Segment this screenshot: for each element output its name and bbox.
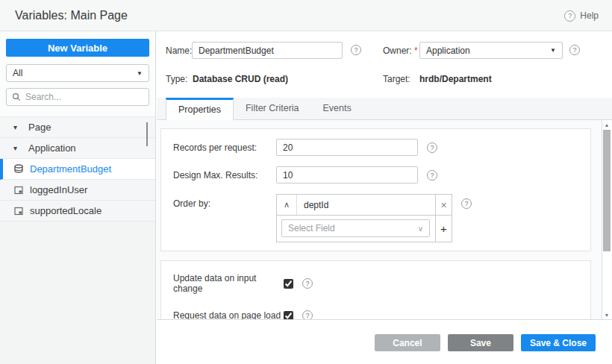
sidebar-empty-area	[0, 222, 155, 364]
variables-sidebar: New Variable All ▼ ▾ Page ▾ Application	[0, 31, 156, 364]
owner-selected-value: Application	[426, 46, 470, 56]
order-by-control: ∧ deptId × Select Field ∨ +	[276, 194, 452, 242]
order-by-help-icon[interactable]: ?	[461, 198, 472, 209]
records-per-request-label: Records per request:	[173, 142, 276, 153]
static-variable-icon	[13, 206, 24, 216]
close-icon: ×	[440, 199, 446, 211]
save-button[interactable]: Save	[448, 334, 513, 351]
request-data-checkbox[interactable]	[284, 311, 293, 321]
target-label: Target:	[383, 74, 410, 84]
design-max-results-row: Design Max. Results: ?	[173, 166, 578, 183]
panel-scrollbar-thumb[interactable]	[603, 130, 611, 251]
dialog-footer: Cancel Save Save & Close	[157, 320, 612, 364]
tree-item-label: loggedInUser	[30, 184, 87, 195]
new-variable-button[interactable]: New Variable	[6, 39, 149, 57]
design-max-help-icon[interactable]: ?	[427, 170, 437, 181]
name-input[interactable]	[192, 42, 343, 59]
variable-editor: Name: * ? Owner: * Application ▼ ? Type:…	[157, 31, 612, 364]
tree-caret-icon: ▾	[13, 123, 22, 131]
tree-group-label: Page	[28, 122, 51, 133]
search-input[interactable]	[25, 92, 143, 102]
order-by-label: Order by:	[173, 198, 276, 209]
variables-dialog: Variables: Main Page ? Help New Variable…	[0, 0, 612, 364]
tree-group-application[interactable]: ▾ Application	[0, 138, 155, 159]
tree-group-page[interactable]: ▾ Page	[0, 117, 155, 138]
name-help-icon[interactable]: ?	[351, 45, 361, 55]
cancel-button[interactable]: Cancel	[375, 334, 440, 351]
help-circle-icon: ?	[564, 10, 575, 22]
order-by-row: Order by: ∧ deptId × Select Field ∨	[173, 194, 578, 242]
tree-item-supportedlocale[interactable]: supportedLocale	[0, 201, 155, 222]
variable-meta: Name: * ? Owner: * Application ▼ ? Type:…	[157, 31, 612, 98]
select-field-dropdown[interactable]: Select Field ∨	[281, 219, 430, 237]
tree-group-label: Application	[28, 142, 76, 154]
remove-field-button[interactable]: ×	[435, 195, 452, 215]
caret-down-icon: ▼	[550, 47, 556, 54]
variables-tree: ▾ Page ▾ Application DepartmentBudget lo…	[0, 116, 155, 222]
owner-help-icon[interactable]: ?	[569, 45, 580, 55]
search-icon	[12, 92, 21, 101]
required-marker: *	[414, 46, 418, 56]
owner-label: Owner: *	[383, 46, 418, 56]
update-data-label: Update data on input change	[173, 273, 284, 294]
records-per-request-input[interactable]	[276, 139, 418, 156]
design-max-results-label: Design Max. Results:	[173, 170, 276, 181]
type-value: Database CRUD (read)	[193, 74, 288, 84]
panel-scrollbar[interactable]: ▲ ▼	[602, 120, 611, 320]
scroll-up-icon[interactable]: ▲	[602, 122, 611, 128]
filter-selected-value: All	[13, 68, 22, 78]
dialog-header: Variables: Main Page ? Help	[0, 0, 612, 31]
select-field-placeholder: Select Field	[288, 223, 335, 233]
type-label: Type:	[166, 74, 187, 84]
design-max-results-input[interactable]	[276, 166, 418, 183]
order-by-field-cell: ∧ deptId	[277, 195, 435, 215]
sidebar-controls: New Variable All ▼	[0, 31, 155, 112]
tree-item-loggedinuser[interactable]: loggedInUser	[0, 180, 155, 201]
tab-filter-criteria[interactable]: Filter Criteria	[234, 97, 311, 119]
database-crud-variable-icon	[13, 164, 24, 174]
editor-tabs: Properties Filter Criteria Events	[157, 98, 612, 120]
tree-item-departmentbudget[interactable]: DepartmentBudget	[0, 159, 155, 180]
chevron-up-icon[interactable]: ∧	[277, 195, 297, 215]
update-data-help-icon[interactable]: ?	[302, 278, 313, 289]
variable-filter-select[interactable]: All ▼	[6, 64, 149, 82]
search-box[interactable]	[6, 88, 149, 106]
caret-down-icon: ▼	[137, 70, 143, 77]
help-label: Help	[580, 10, 599, 21]
records-help-icon[interactable]: ?	[427, 142, 437, 153]
update-data-row: Update data on input change ?	[173, 273, 578, 294]
request-data-help-icon[interactable]: ?	[302, 310, 313, 320]
request-settings-card: Records per request: ? Design Max. Resul…	[160, 128, 591, 251]
update-data-checkbox[interactable]	[284, 279, 293, 289]
scroll-down-icon[interactable]: ▼	[602, 313, 611, 318]
footer-buttons: Cancel Save Save & Close	[375, 334, 596, 351]
chevron-down-icon: ∨	[418, 225, 423, 233]
page-title: Variables: Main Page	[15, 0, 128, 31]
request-data-row: Request data on page load ?	[173, 310, 578, 320]
select-field-cell: Select Field ∨	[277, 215, 435, 242]
add-field-button[interactable]: +	[435, 215, 452, 242]
static-variable-icon	[13, 185, 24, 195]
properties-panel: Records per request: ? Design Max. Resul…	[157, 120, 612, 320]
sidebar-scrollbar-thumb[interactable]	[146, 122, 148, 146]
target-value: hrdb/Department	[419, 74, 492, 84]
records-per-request-row: Records per request: ?	[173, 139, 578, 156]
tree-caret-icon: ▾	[13, 144, 22, 152]
owner-select[interactable]: Application ▼	[419, 42, 563, 59]
tab-properties[interactable]: Properties	[166, 98, 234, 120]
tab-events[interactable]: Events	[311, 97, 363, 119]
order-by-field-value: deptId	[297, 200, 328, 210]
behavior-settings-card: Update data on input change ? Request da…	[160, 260, 591, 320]
request-data-label: Request data on page load	[173, 310, 284, 320]
tree-item-label: DepartmentBudget	[30, 163, 111, 175]
plus-icon: +	[440, 222, 447, 235]
tree-item-label: supportedLocale	[30, 205, 102, 216]
help-link[interactable]: ? Help	[564, 0, 599, 31]
save-and-close-button[interactable]: Save & Close	[521, 334, 596, 351]
